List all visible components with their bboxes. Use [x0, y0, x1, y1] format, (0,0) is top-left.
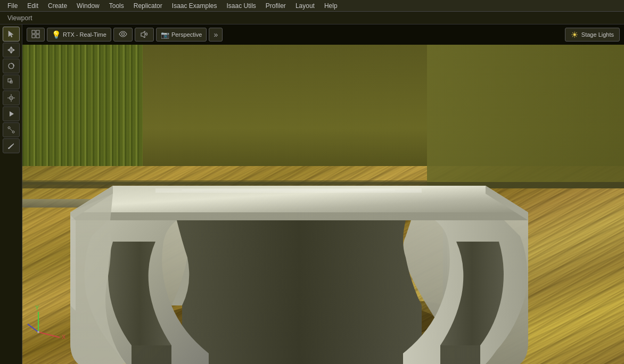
- perspective-label: Perspective: [171, 31, 202, 38]
- rtx-label: RTX - Real-Time: [63, 31, 106, 38]
- camera-button[interactable]: 📷 Perspective: [156, 28, 207, 42]
- svg-line-29: [38, 332, 60, 337]
- camera-icon: 📷: [161, 31, 169, 39]
- layout-icon: [31, 30, 40, 39]
- eye-icon: [118, 30, 128, 39]
- stage-lights-label: Stage Lights: [581, 31, 614, 38]
- paint-tool-button[interactable]: [3, 138, 20, 153]
- stage-lights-button[interactable]: ☀ Stage Lights: [565, 28, 620, 42]
- menu-isaac-utils[interactable]: Isaac Utils: [223, 1, 260, 11]
- svg-marker-28: [182, 189, 395, 191]
- tab-bar: Viewport: [0, 12, 624, 24]
- sun-icon: ☀: [571, 30, 578, 40]
- audio-button[interactable]: [135, 28, 154, 42]
- snap-tool-button[interactable]: [3, 90, 20, 105]
- rtx-realtime-button[interactable]: 💡 RTX - Real-Time: [47, 28, 111, 42]
- 3d-scene: X Y: [22, 45, 624, 364]
- svg-rect-11: [32, 35, 35, 38]
- svg-point-34: [37, 331, 39, 333]
- viewport[interactable]: 💡 RTX - Real-Time: [22, 24, 624, 364]
- svg-rect-12: [36, 35, 39, 38]
- left-toolbar: [0, 24, 22, 364]
- svg-marker-14: [427, 45, 624, 188]
- svg-text:Y: Y: [35, 304, 39, 311]
- menu-file[interactable]: File: [3, 1, 22, 11]
- svg-rect-10: [36, 30, 39, 34]
- svg-text:X: X: [62, 334, 66, 340]
- svg-line-33: [28, 324, 38, 332]
- viewport-wrapper: 💡 RTX - Real-Time: [0, 24, 624, 364]
- layout-button[interactable]: [27, 28, 45, 42]
- menu-tools[interactable]: Tools: [105, 1, 128, 11]
- menu-layout[interactable]: Layout: [291, 1, 319, 11]
- svg-point-5: [8, 127, 10, 129]
- svg-point-6: [12, 131, 14, 133]
- viewport-tab[interactable]: Viewport: [2, 13, 37, 23]
- menu-edit[interactable]: Edit: [23, 1, 43, 11]
- audio-icon: [139, 30, 149, 39]
- svg-marker-24: [70, 212, 528, 220]
- menu-create[interactable]: Create: [44, 1, 71, 11]
- joint-tool-button[interactable]: [3, 122, 20, 137]
- svg-point-8: [8, 147, 10, 149]
- menu-replicator[interactable]: Replicator: [129, 1, 167, 11]
- menu-help[interactable]: Help: [320, 1, 342, 11]
- scale-tool-button[interactable]: [3, 75, 20, 89]
- svg-point-4: [11, 97, 12, 98]
- expand-icon: »: [214, 30, 218, 39]
- svg-rect-16: [22, 180, 427, 185]
- menu-window[interactable]: Window: [72, 1, 104, 11]
- menu-profiler[interactable]: Profiler: [261, 1, 290, 11]
- svg-point-13: [121, 33, 124, 36]
- rtx-icon: 💡: [52, 30, 61, 39]
- select-tool-button[interactable]: [3, 27, 20, 42]
- table-model: X Y: [22, 45, 624, 364]
- svg-line-7: [10, 129, 12, 131]
- eye-button[interactable]: [113, 28, 133, 42]
- move-tool-button[interactable]: [3, 43, 20, 57]
- expand-button[interactable]: »: [209, 28, 223, 42]
- viewport-toolbar: 💡 RTX - Real-Time: [22, 24, 624, 45]
- menu-bar: File Edit Create Window Tools Replicator…: [0, 0, 624, 12]
- svg-rect-9: [32, 30, 35, 34]
- rotate-tool-button[interactable]: [3, 59, 20, 73]
- svg-rect-2: [8, 79, 11, 82]
- play-tool-button[interactable]: [3, 106, 20, 121]
- menu-isaac-examples[interactable]: Isaac Examples: [168, 1, 221, 11]
